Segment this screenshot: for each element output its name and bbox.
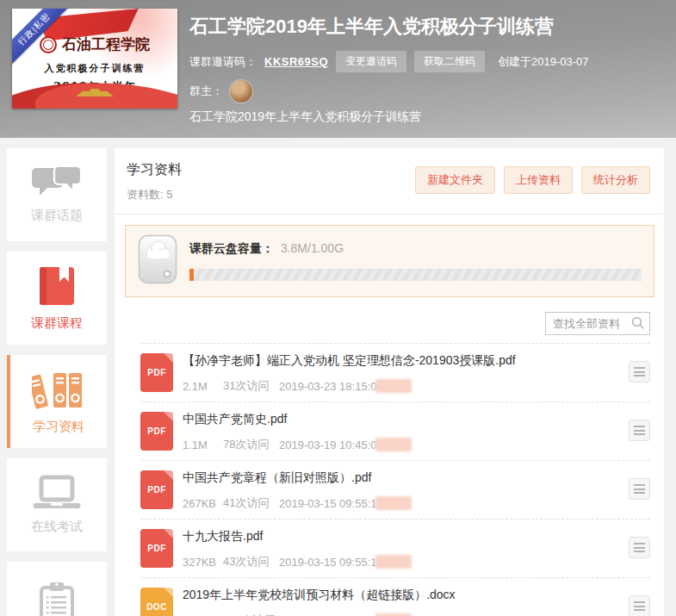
file-visits: 31次访问 (223, 378, 279, 394)
file-name-link[interactable]: 【孙净宇老师】端正入党动机 坚定理想信念-201903授课版.pdf (183, 353, 629, 369)
banner-school-name: 石油工程学院 (62, 34, 150, 54)
file-name-link[interactable]: 中国共产党章程（新旧对照版）.pdf (183, 470, 629, 486)
sidebar-item-label: 课群课程 (31, 315, 83, 332)
sidebar-item-topics[interactable]: 课群话题 (7, 148, 107, 241)
file-size: 267KB (183, 497, 223, 510)
chat-bubbles-icon (32, 165, 82, 200)
pdf-file-icon: PDF (140, 353, 173, 392)
owner-avatar[interactable] (230, 80, 252, 103)
book-icon (37, 264, 77, 308)
file-visits: 43次访问 (223, 554, 279, 569)
cloud-progress-bar (189, 269, 642, 281)
file-name-link[interactable]: 2019年上半年党校培训预习材料（超链接版）.docx (183, 588, 629, 603)
file-size: 327KB (183, 556, 223, 569)
pdf-file-icon: PDF (140, 529, 173, 568)
sidebar-item-exams[interactable]: 在线考试 (7, 458, 107, 551)
laptop-icon (32, 475, 82, 511)
upload-material-button[interactable]: 上传资料 (504, 166, 573, 194)
uploader-name-redacted (375, 496, 412, 510)
file-row: PDF 中国共产党简史.pdf 1.1M 78次访问 2019-03-19 10… (140, 402, 650, 461)
file-name-link[interactable]: 中国共产党简史.pdf (183, 412, 629, 427)
owner-label: 群主： (189, 84, 223, 99)
cloud-drive-icon (138, 234, 177, 284)
search-icon[interactable] (631, 316, 645, 330)
pdf-file-icon: PDF (140, 412, 173, 451)
file-visits: 184次访问 (223, 613, 279, 616)
file-size: 2.1M (183, 380, 223, 393)
row-menu-button[interactable] (629, 595, 650, 616)
page-title: 石工学院2019年上半年入党积极分子训练营 (189, 14, 664, 40)
get-qr-code-button[interactable]: 获取二维码 (414, 51, 485, 72)
school-emblem-icon (40, 36, 57, 53)
file-size: 1.1M (183, 439, 223, 451)
course-group-header: 石油工程学院 入党积极分子训练营 2019年上半年 行政|私密 石工学院2019… (0, 0, 676, 138)
panel-title: 学习资料 (127, 161, 182, 179)
materials-panel: 学习资料 资料数: 5 新建文件夹 上传资料 统计分析 (115, 148, 664, 616)
cloud-capacity-value: 3.8M/1.00G (281, 241, 344, 255)
sidebar-item-label: 课群话题 (31, 208, 83, 224)
row-menu-button[interactable] (629, 537, 650, 558)
uploader-name-redacted (375, 379, 412, 393)
row-menu-button[interactable] (629, 478, 650, 500)
course-banner-image[interactable]: 石油工程学院 入党积极分子训练营 2019年上半年 行政|私密 (12, 9, 177, 109)
new-folder-button[interactable]: 新建文件夹 (415, 166, 495, 194)
sidebar-item-materials[interactable]: 学习资料 (7, 355, 107, 448)
file-list: PDF 【孙净宇老师】端正入党动机 坚定理想信念-201903授课版.pdf 2… (140, 343, 650, 616)
file-row: PDF 【孙净宇老师】端正入党动机 坚定理想信念-201903授课版.pdf 2… (140, 344, 650, 402)
clipboard-icon (38, 581, 76, 616)
created-date: 创建于2019-03-07 (498, 54, 589, 70)
invite-code-link[interactable]: KKSR69SQ (264, 55, 328, 68)
uploader-name-redacted (375, 438, 412, 451)
cloud-storage-box: 课群云盘容量： 3.8M/1.00G (125, 225, 654, 297)
file-row: PDF 十九大报告.pdf 327KB 43次访问 2019-03-15 09:… (140, 520, 650, 578)
change-invite-code-button[interactable]: 变更邀请码 (336, 51, 406, 72)
invite-code-label: 课群邀请码： (189, 54, 257, 70)
uploader-name-redacted (375, 555, 412, 569)
sidebar-item-homework[interactable] (7, 562, 107, 616)
cloud-capacity-label: 课群云盘容量： (189, 241, 274, 255)
sidebar-item-label: 学习资料 (33, 419, 84, 435)
sidebar: 课群话题 课群课程 (7, 148, 107, 616)
file-name-link[interactable]: 十九大报告.pdf (183, 529, 629, 544)
file-visits: 41次访问 (223, 495, 279, 511)
binders-icon (32, 368, 85, 411)
cloud-progress-fill (189, 269, 194, 281)
statistics-button[interactable]: 统计分析 (581, 166, 650, 194)
row-menu-button[interactable] (629, 361, 650, 383)
file-row: PDF 中国共产党章程（新旧对照版）.pdf 267KB 41次访问 2019-… (140, 461, 650, 520)
file-row: DOC 2019年上半年党校培训预习材料（超链接版）.docx 18KB 184… (140, 578, 650, 616)
pdf-file-icon: PDF (140, 470, 173, 509)
sidebar-item-label: 在线考试 (31, 519, 83, 535)
course-group-subtitle: 石工学院2019年上半年入党积极分子训练营 (189, 109, 664, 125)
file-visits: 78次访问 (223, 437, 279, 452)
banner-camp-name: 入党积极分子训练营 (12, 62, 177, 75)
row-menu-button[interactable] (629, 420, 650, 441)
sidebar-item-courses[interactable]: 课群课程 (7, 252, 107, 345)
materials-count: 资料数: 5 (127, 187, 182, 202)
doc-file-icon: DOC (140, 588, 173, 616)
